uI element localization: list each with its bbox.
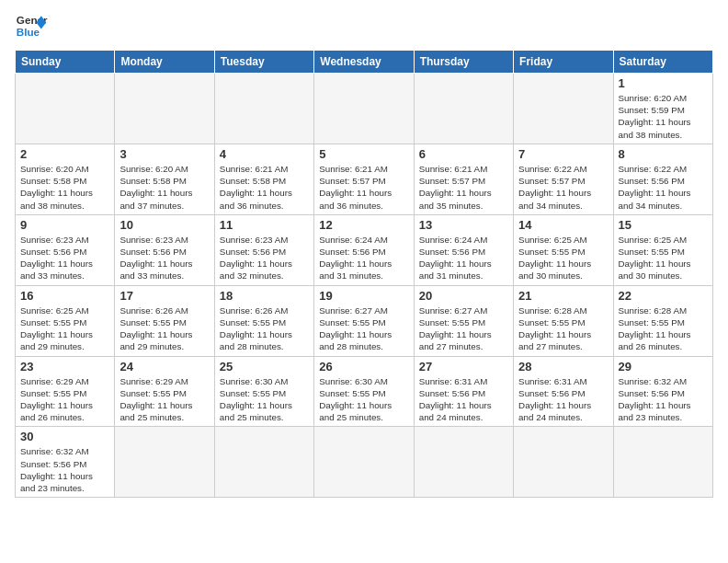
day-number: 8 (619, 147, 708, 161)
day-info: Sunrise: 6:25 AM Sunset: 5:55 PM Dayligh… (20, 304, 109, 353)
calendar-day-cell: 7Sunrise: 6:22 AM Sunset: 5:57 PM Daylig… (514, 144, 613, 214)
day-number: 11 (220, 218, 309, 232)
calendar-day-cell: 4Sunrise: 6:21 AM Sunset: 5:58 PM Daylig… (214, 144, 313, 214)
day-info: Sunrise: 6:26 AM Sunset: 5:55 PM Dayligh… (119, 304, 209, 353)
calendar-day-cell: 16Sunrise: 6:25 AM Sunset: 5:55 PM Dayli… (16, 285, 115, 356)
calendar-day-cell (214, 74, 313, 144)
calendar-day-cell (16, 74, 115, 144)
header: General Blue (15, 9, 713, 42)
calendar-header-row: SundayMondayTuesdayWednesdayThursdayFrid… (16, 51, 713, 74)
day-info: Sunrise: 6:30 AM Sunset: 5:55 PM Dayligh… (319, 375, 408, 424)
calendar-day-cell: 6Sunrise: 6:21 AM Sunset: 5:57 PM Daylig… (414, 144, 513, 214)
day-number: 14 (518, 218, 608, 232)
day-number: 22 (619, 289, 708, 303)
calendar-day-cell: 28Sunrise: 6:31 AM Sunset: 5:56 PM Dayli… (514, 356, 613, 427)
calendar-day-cell: 13Sunrise: 6:24 AM Sunset: 5:56 PM Dayli… (414, 214, 513, 285)
day-number: 19 (319, 289, 408, 303)
day-number: 21 (518, 289, 608, 303)
day-info: Sunrise: 6:22 AM Sunset: 5:56 PM Dayligh… (619, 163, 708, 212)
day-info: Sunrise: 6:28 AM Sunset: 5:55 PM Dayligh… (619, 304, 708, 353)
calendar-day-cell: 23Sunrise: 6:29 AM Sunset: 5:55 PM Dayli… (16, 356, 115, 427)
calendar-day-cell: 25Sunrise: 6:30 AM Sunset: 5:55 PM Dayli… (214, 356, 313, 427)
day-info: Sunrise: 6:32 AM Sunset: 5:56 PM Dayligh… (20, 445, 109, 494)
day-info: Sunrise: 6:23 AM Sunset: 5:56 PM Dayligh… (220, 234, 309, 282)
day-number: 23 (20, 360, 109, 373)
calendar-day-cell (414, 427, 513, 498)
day-info: Sunrise: 6:23 AM Sunset: 5:56 PM Dayligh… (20, 234, 109, 282)
calendar-header-thursday: Thursday (414, 51, 513, 74)
calendar-day-cell (115, 427, 214, 498)
day-number: 26 (319, 360, 408, 373)
calendar-header-saturday: Saturday (613, 51, 712, 74)
day-info: Sunrise: 6:21 AM Sunset: 5:58 PM Dayligh… (220, 163, 309, 212)
page: General Blue SundayMondayTuesdayWednesda… (0, 0, 728, 563)
day-info: Sunrise: 6:27 AM Sunset: 5:55 PM Dayligh… (419, 304, 508, 353)
day-number: 1 (619, 76, 708, 90)
day-info: Sunrise: 6:31 AM Sunset: 5:56 PM Dayligh… (518, 375, 608, 424)
day-info: Sunrise: 6:25 AM Sunset: 5:55 PM Dayligh… (518, 234, 608, 282)
calendar-day-cell (514, 427, 613, 498)
calendar-day-cell (314, 427, 414, 498)
calendar-day-cell (514, 74, 613, 144)
calendar-day-cell: 26Sunrise: 6:30 AM Sunset: 5:55 PM Dayli… (314, 356, 414, 427)
day-info: Sunrise: 6:23 AM Sunset: 5:56 PM Dayligh… (119, 234, 209, 282)
calendar-day-cell: 8Sunrise: 6:22 AM Sunset: 5:56 PM Daylig… (613, 144, 712, 214)
day-info: Sunrise: 6:26 AM Sunset: 5:55 PM Dayligh… (220, 304, 309, 353)
day-number: 7 (518, 147, 608, 161)
calendar-day-cell: 5Sunrise: 6:21 AM Sunset: 5:57 PM Daylig… (314, 144, 414, 214)
calendar-day-cell: 14Sunrise: 6:25 AM Sunset: 5:55 PM Dayli… (514, 214, 613, 285)
calendar-day-cell (314, 74, 414, 144)
calendar-day-cell (214, 427, 313, 498)
calendar-day-cell: 1Sunrise: 6:20 AM Sunset: 5:59 PM Daylig… (613, 74, 712, 144)
calendar-header-friday: Friday (514, 51, 613, 74)
calendar-header-wednesday: Wednesday (314, 51, 414, 74)
calendar-day-cell: 11Sunrise: 6:23 AM Sunset: 5:56 PM Dayli… (214, 214, 313, 285)
calendar-day-cell: 12Sunrise: 6:24 AM Sunset: 5:56 PM Dayli… (314, 214, 414, 285)
day-number: 13 (419, 218, 508, 232)
calendar-day-cell: 17Sunrise: 6:26 AM Sunset: 5:55 PM Dayli… (115, 285, 214, 356)
day-info: Sunrise: 6:29 AM Sunset: 5:55 PM Dayligh… (20, 375, 109, 424)
day-info: Sunrise: 6:24 AM Sunset: 5:56 PM Dayligh… (319, 234, 408, 282)
calendar-day-cell: 3Sunrise: 6:20 AM Sunset: 5:58 PM Daylig… (115, 144, 214, 214)
calendar-day-cell (613, 427, 712, 498)
day-number: 27 (419, 360, 508, 373)
day-info: Sunrise: 6:20 AM Sunset: 5:58 PM Dayligh… (20, 163, 109, 212)
day-number: 24 (119, 360, 209, 373)
calendar-day-cell: 19Sunrise: 6:27 AM Sunset: 5:55 PM Dayli… (314, 285, 414, 356)
day-number: 17 (119, 289, 209, 303)
day-number: 16 (20, 289, 109, 303)
day-info: Sunrise: 6:32 AM Sunset: 5:56 PM Dayligh… (619, 375, 708, 424)
svg-text:Blue: Blue (17, 26, 40, 38)
day-info: Sunrise: 6:25 AM Sunset: 5:55 PM Dayligh… (619, 234, 708, 282)
calendar-day-cell: 9Sunrise: 6:23 AM Sunset: 5:56 PM Daylig… (16, 214, 115, 285)
calendar-day-cell (115, 74, 214, 144)
calendar-week-row: 16Sunrise: 6:25 AM Sunset: 5:55 PM Dayli… (16, 285, 713, 356)
day-info: Sunrise: 6:20 AM Sunset: 5:58 PM Dayligh… (119, 163, 209, 212)
calendar-day-cell: 29Sunrise: 6:32 AM Sunset: 5:56 PM Dayli… (613, 356, 712, 427)
generalblue-logo-icon: General Blue (15, 9, 48, 42)
calendar-day-cell: 15Sunrise: 6:25 AM Sunset: 5:55 PM Dayli… (613, 214, 712, 285)
calendar-week-row: 23Sunrise: 6:29 AM Sunset: 5:55 PM Dayli… (16, 356, 713, 427)
day-number: 30 (20, 430, 109, 443)
calendar-day-cell: 18Sunrise: 6:26 AM Sunset: 5:55 PM Dayli… (214, 285, 313, 356)
calendar-header-monday: Monday (115, 51, 214, 74)
calendar-table: SundayMondayTuesdayWednesdayThursdayFrid… (15, 50, 713, 498)
calendar-header-sunday: Sunday (16, 51, 115, 74)
day-info: Sunrise: 6:30 AM Sunset: 5:55 PM Dayligh… (220, 375, 309, 424)
day-number: 15 (619, 218, 708, 232)
day-number: 6 (419, 147, 508, 161)
calendar-day-cell: 10Sunrise: 6:23 AM Sunset: 5:56 PM Dayli… (115, 214, 214, 285)
calendar-day-cell: 24Sunrise: 6:29 AM Sunset: 5:55 PM Dayli… (115, 356, 214, 427)
day-number: 18 (220, 289, 309, 303)
day-number: 12 (319, 218, 408, 232)
calendar-day-cell (414, 74, 513, 144)
calendar-day-cell: 21Sunrise: 6:28 AM Sunset: 5:55 PM Dayli… (514, 285, 613, 356)
calendar-day-cell: 2Sunrise: 6:20 AM Sunset: 5:58 PM Daylig… (16, 144, 115, 214)
day-number: 5 (319, 147, 408, 161)
day-number: 25 (220, 360, 309, 373)
day-number: 29 (619, 360, 708, 373)
calendar-day-cell: 27Sunrise: 6:31 AM Sunset: 5:56 PM Dayli… (414, 356, 513, 427)
calendar-header-tuesday: Tuesday (214, 51, 313, 74)
day-number: 2 (20, 147, 109, 161)
calendar-day-cell: 30Sunrise: 6:32 AM Sunset: 5:56 PM Dayli… (16, 427, 115, 498)
